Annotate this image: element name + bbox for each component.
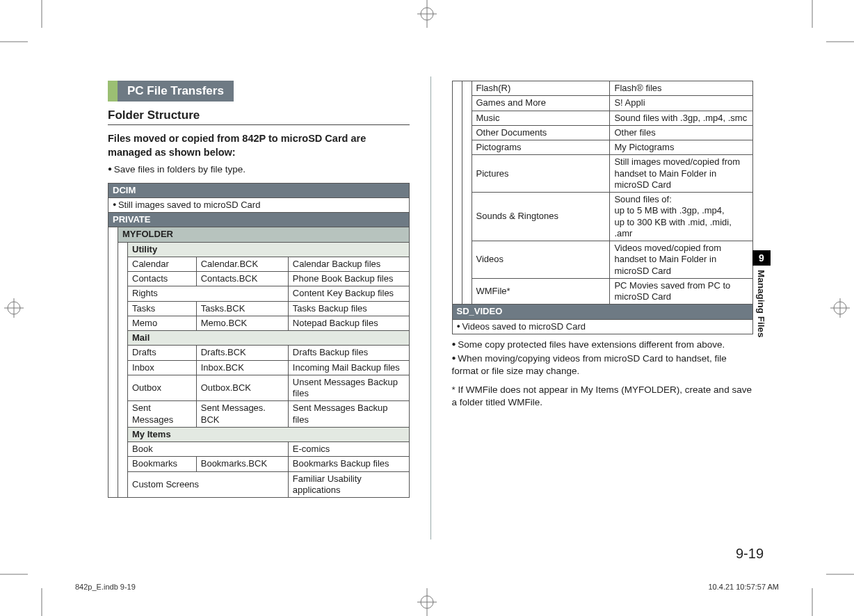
row-sdvideo: SD_VIDEO	[452, 305, 753, 319]
footer-right: 10.4.21 10:57:57 AM	[708, 583, 779, 591]
note-item: Some copy protected files have extension…	[452, 339, 754, 351]
accent-bar	[108, 81, 118, 102]
intro-bullet-list: Save files in folders by file type.	[108, 163, 410, 176]
chapter-label: Managing Files	[752, 266, 766, 338]
page-content: PC File Transfers Folder Structure Files…	[108, 81, 753, 540]
folder-table-left: DCIM Still images saved to microSD Card …	[108, 183, 410, 499]
row-myfolder: MYFOLDER	[118, 227, 410, 242]
notes-list: Some copy protected files have extension…	[452, 339, 754, 378]
intro-bullet: Save files in folders by file type.	[108, 163, 410, 176]
footer-left: 842p_E.indb 9-19	[75, 583, 136, 591]
row-mail: Mail	[128, 331, 410, 346]
intro-text: Files moved or copied from 842P to micro…	[108, 132, 410, 159]
page-number: 9-19	[736, 546, 764, 562]
sdvideo-desc: Videos saved to microSD Card	[452, 319, 753, 334]
right-column: Flash(R)Flash® files Games and MoreS! Ap…	[452, 81, 754, 540]
folder-table-right: Flash(R)Flash® files Games and MoreS! Ap…	[452, 81, 754, 334]
chapter-number: 9	[752, 250, 771, 266]
subsection-heading: Folder Structure	[108, 108, 410, 125]
row-private: PRIVATE	[108, 213, 410, 227]
section-header: PC File Transfers	[108, 81, 410, 102]
left-column: PC File Transfers Folder Structure Files…	[108, 81, 410, 540]
row-dcim: DCIM	[108, 183, 410, 197]
column-divider	[430, 76, 431, 540]
row-myitems: My Items	[128, 427, 410, 441]
note-item: When moving/copying videos from microSD …	[452, 352, 754, 377]
section-title: PC File Transfers	[118, 81, 234, 102]
row-utility: Utility	[128, 242, 410, 257]
dcim-desc: Still images saved to microSD Card	[108, 197, 410, 212]
footnote-star: * If WMFile does not appear in My Items …	[452, 384, 754, 408]
side-tab: 9 Managing Files	[752, 250, 771, 338]
